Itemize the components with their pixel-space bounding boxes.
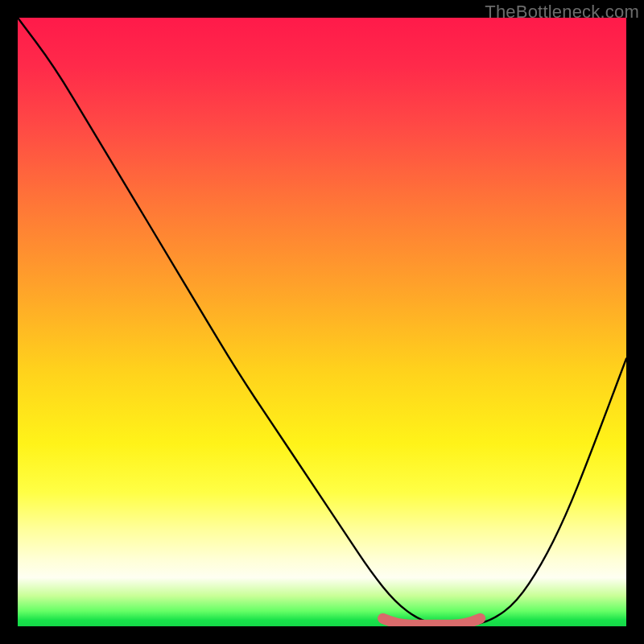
attribution-text: TheBottleneck.com: [485, 2, 639, 23]
curve-layer: [18, 18, 626, 626]
chart-frame: TheBottleneck.com: [0, 0, 644, 644]
bottleneck-curve: [18, 18, 626, 626]
optimal-range-marker: [383, 618, 481, 625]
plot-area: [18, 18, 626, 626]
